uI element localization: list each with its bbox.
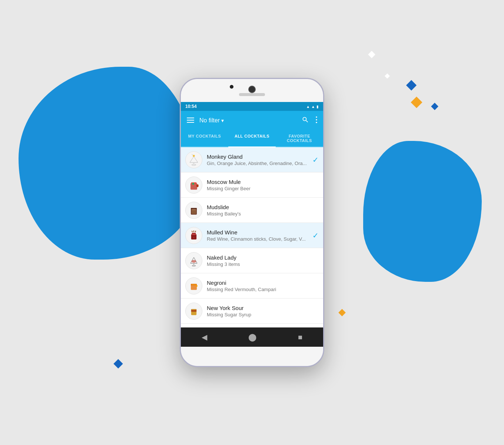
- cocktail-item-mudslide[interactable]: Mudslide Missing Bailey's: [181, 198, 323, 223]
- svg-point-32: [192, 265, 196, 266]
- cocktail-info-mulled-wine: Mulled Wine Red Wine, Cinnamon sticks, C…: [207, 229, 309, 242]
- svg-rect-0: [187, 118, 194, 118]
- deco-diamond-1: [368, 51, 375, 58]
- filter-selector[interactable]: No filter ▾: [199, 117, 296, 124]
- cocktail-name-mudslide: Mudslide: [207, 204, 319, 210]
- svg-rect-41: [191, 310, 196, 312]
- scene: 10:54 ▲ ▲ ▮ No filter: [0, 0, 504, 445]
- cocktail-sub-new-york-sour: Missing Sugar Syrup: [207, 312, 319, 317]
- cocktail-sub-moscow-mule: Missing Ginger Beer: [207, 186, 319, 191]
- cocktail-icon-naked-lady: [185, 252, 202, 269]
- cocktail-info-mudslide: Mudslide Missing Bailey's: [207, 204, 319, 217]
- svg-line-24: [192, 231, 193, 232]
- background-blob-left: [19, 67, 196, 260]
- cocktail-item-new-york-sour[interactable]: New York Sour Missing Sugar Syrup: [181, 299, 323, 324]
- tab-all-cocktails[interactable]: ALL COCKTAILS: [228, 130, 276, 146]
- svg-point-10: [192, 164, 196, 165]
- cocktail-name-new-york-sour: New York Sour: [207, 305, 319, 311]
- cocktail-item-negroni[interactable]: Negroni Missing Red Vermouth, Campari: [181, 273, 323, 299]
- cocktail-item-mulled-wine[interactable]: Mulled Wine Red Wine, Cinnamon sticks, C…: [181, 223, 323, 248]
- search-button[interactable]: [300, 115, 311, 127]
- cocktail-item-monkey-gland[interactable]: Monkey Gland Gin, Orange Juice, Absinthe…: [181, 147, 323, 172]
- svg-point-5: [316, 122, 317, 123]
- check-icon-monkey-gland: ✓: [312, 155, 319, 164]
- svg-point-36: [191, 284, 197, 285]
- signal-icon: ▲: [311, 105, 315, 109]
- svg-rect-15: [196, 184, 198, 187]
- cocktail-item-moscow-mule[interactable]: Moscow Mule Missing Ginger Beer: [181, 172, 323, 198]
- cocktail-info-negroni: Negroni Missing Red Vermouth, Campari: [207, 280, 319, 292]
- svg-point-4: [316, 119, 317, 121]
- nav-back-button[interactable]: ◀: [194, 330, 215, 345]
- cocktail-icon-moscow-mule: [185, 177, 202, 194]
- svg-point-16: [192, 182, 194, 184]
- svg-line-26: [195, 231, 196, 232]
- speaker-bar: [239, 93, 265, 96]
- tab-my-cocktails[interactable]: MY COCKTAILS: [181, 130, 228, 146]
- app-bar: No filter ▾: [181, 111, 323, 130]
- svg-point-23: [192, 234, 196, 235]
- cocktail-sub-mudslide: Missing Bailey's: [207, 211, 319, 217]
- deco-dot-2: [338, 309, 346, 316]
- deco-dot-1: [113, 359, 123, 368]
- cocktail-sub-mulled-wine: Red Wine, Cinnamon sticks, Clove, Sugar,…: [207, 236, 309, 242]
- deco-diamond-4: [431, 103, 438, 110]
- cocktail-item-nutty-irishman[interactable]: Nutty Irishman Missing 3 items: [181, 324, 323, 327]
- more-options-button[interactable]: [314, 115, 319, 126]
- status-bar: 10:54 ▲ ▲ ▮: [181, 102, 323, 111]
- svg-point-11: [193, 155, 195, 156]
- deco-diamond-5: [411, 96, 422, 108]
- svg-point-33: [192, 260, 196, 263]
- cocktail-name-negroni: Negroni: [207, 280, 319, 286]
- cocktail-icon-mulled-wine: [185, 227, 202, 244]
- nav-home-button[interactable]: ⬤: [241, 330, 264, 345]
- cocktail-icon-negroni: [185, 277, 202, 294]
- cocktail-list: Monkey Gland Gin, Orange Juice, Absinthe…: [181, 147, 323, 327]
- cocktail-item-naked-lady[interactable]: Naked Lady Missing 3 items: [181, 248, 323, 273]
- cocktail-icon-mudslide: [185, 202, 202, 219]
- nav-recent-button[interactable]: ■: [291, 330, 310, 345]
- cocktail-name-monkey-gland: Monkey Gland: [207, 154, 309, 160]
- cocktail-name-moscow-mule: Moscow Mule: [207, 179, 319, 185]
- svg-rect-1: [187, 120, 194, 121]
- phone-device: 10:54 ▲ ▲ ▮ No filter: [180, 78, 324, 367]
- status-icons: ▲ ▲ ▮: [306, 105, 319, 109]
- cocktail-name-mulled-wine: Mulled Wine: [207, 229, 309, 235]
- front-camera: [230, 85, 233, 89]
- camera: [248, 86, 256, 93]
- battery-icon: ▮: [316, 105, 319, 109]
- tabs-bar: MY COCKTAILS ALL COCKTAILS FAVORITE COCK…: [181, 130, 323, 147]
- phone-bottom-bezel: [181, 347, 323, 366]
- svg-rect-2: [187, 122, 194, 123]
- svg-line-6: [190, 156, 194, 162]
- svg-line-7: [194, 156, 198, 162]
- svg-point-3: [316, 116, 317, 118]
- dropdown-arrow-icon: ▾: [221, 118, 224, 123]
- cocktail-sub-monkey-gland: Gin, Orange Juice, Absinthe, Grenadine, …: [207, 161, 309, 166]
- deco-diamond-2: [385, 73, 390, 79]
- cocktail-name-naked-lady: Naked Lady: [207, 254, 319, 261]
- check-icon-mulled-wine: ✓: [312, 231, 319, 240]
- svg-point-37: [196, 285, 198, 287]
- status-time: 10:54: [185, 104, 197, 109]
- cocktail-info-moscow-mule: Moscow Mule Missing Ginger Beer: [207, 179, 319, 191]
- svg-point-20: [192, 209, 196, 210]
- cocktail-icon-monkey-gland: [185, 151, 202, 168]
- cocktail-sub-negroni: Missing Red Vermouth, Campari: [207, 287, 319, 292]
- cocktail-sub-naked-lady: Missing 3 items: [207, 261, 319, 267]
- cocktail-info-monkey-gland: Monkey Gland Gin, Orange Juice, Absinthe…: [207, 154, 309, 166]
- svg-line-12: [192, 154, 193, 155]
- cocktail-info-naked-lady: Naked Lady Missing 3 items: [207, 254, 319, 267]
- phone-top-bezel: [181, 79, 323, 102]
- cocktail-info-new-york-sour: New York Sour Missing Sugar Syrup: [207, 305, 319, 317]
- hamburger-button[interactable]: [185, 115, 196, 126]
- svg-point-27: [193, 237, 195, 238]
- filter-label: No filter: [199, 117, 220, 124]
- phone-screen: 10:54 ▲ ▲ ▮ No filter: [181, 102, 323, 347]
- background-blob-right: [363, 141, 482, 282]
- tab-favorite-cocktails[interactable]: FAVORITE COCKTAILS: [276, 130, 323, 146]
- wifi-icon: ▲: [306, 105, 310, 109]
- deco-diamond-3: [406, 80, 417, 90]
- bottom-nav: ◀ ⬤ ■: [181, 327, 323, 347]
- cocktail-icon-new-york-sour: [185, 303, 202, 320]
